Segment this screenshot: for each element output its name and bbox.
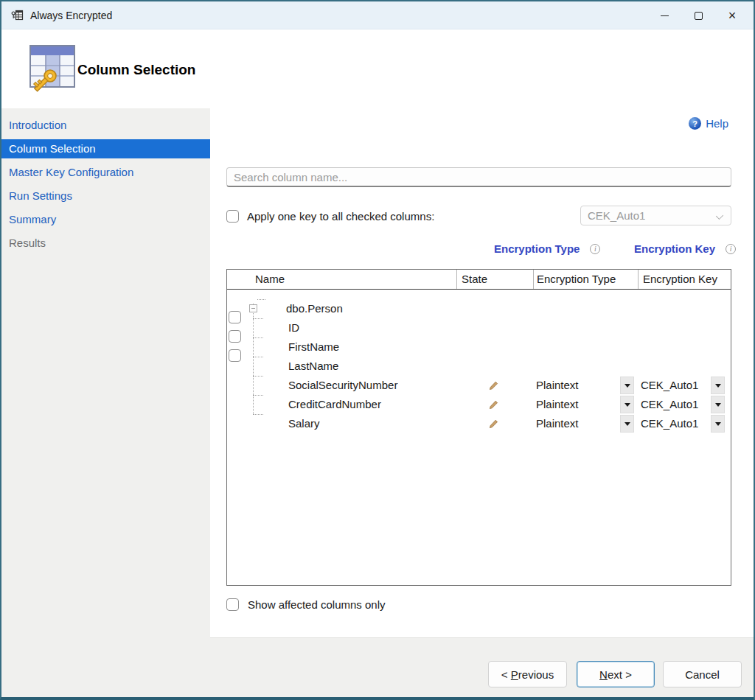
encryption-type-value: Plaintext	[536, 414, 579, 433]
info-icon[interactable]: i	[726, 244, 736, 254]
encryption-type-value: Plaintext	[536, 395, 579, 414]
table-key-icon	[28, 43, 77, 97]
tree-line	[253, 395, 263, 396]
dropdown-arrow-icon	[715, 384, 721, 388]
row-checkbox-lastname[interactable]	[229, 349, 241, 362]
table-group-row: dbo.Person	[227, 290, 731, 309]
window-controls: ×	[647, 1, 749, 29]
dropdown-arrow-icon	[624, 403, 630, 407]
sidebar-item-label: Master Key Configuration	[9, 166, 133, 178]
apply-one-key-label: Apply one key to all checked columns:	[247, 210, 434, 223]
window-title: Always Encrypted	[30, 10, 112, 21]
tree-line	[253, 376, 263, 377]
grid-header-row: Name State Encryption Type Encryption Ke…	[227, 270, 731, 290]
sidebar-item-label: Column Selection	[9, 142, 96, 155]
encryption-key-value: CEK_Auto1	[641, 376, 698, 395]
sidebar-item-label: Results	[9, 237, 46, 249]
column-name: Salary	[288, 414, 320, 433]
search-column-input[interactable]	[226, 167, 731, 187]
encryption-key-column-link: Encryption Key i	[634, 242, 736, 255]
encryption-key-value: CEK_Auto1	[641, 395, 698, 414]
close-icon: ×	[728, 9, 737, 22]
sidebar-item-column-selection[interactable]: Column Selection	[1, 139, 210, 158]
help-icon: ?	[689, 117, 701, 130]
encryption-type-column-link: Encryption Type i	[494, 242, 600, 255]
sidebar-item-master-key-configuration[interactable]: Master Key Configuration	[1, 163, 210, 182]
sidebar-item-label: Run Settings	[9, 189, 72, 202]
column-name: LastName	[288, 357, 338, 376]
modified-state-pencil-icon	[489, 399, 498, 412]
apply-one-key-checkbox[interactable]	[226, 210, 239, 223]
modified-state-pencil-icon	[489, 419, 498, 431]
tree-line	[257, 299, 265, 300]
sidebar-item-label: Summary	[9, 213, 56, 225]
footer-bar: < Previous Next > Cancel	[210, 637, 754, 699]
column-name: CreditCardNumber	[288, 395, 381, 414]
cancel-button[interactable]: Cancel	[663, 661, 742, 687]
next-button[interactable]: Next >	[577, 661, 655, 687]
help-link[interactable]: ? Help	[689, 117, 728, 130]
sidebar-item-run-settings[interactable]: Run Settings	[1, 186, 210, 206]
encryption-key-dropdown-button[interactable]	[711, 415, 725, 433]
sidebar-item-label: Introduction	[9, 119, 66, 131]
grid-header-state: State	[456, 270, 533, 289]
group-name: dbo.Person	[286, 299, 343, 318]
grid-header-checkbox-column	[227, 270, 246, 289]
close-button[interactable]: ×	[715, 1, 749, 29]
column-name: FirstName	[288, 337, 339, 357]
tree-collapse-expander[interactable]	[249, 304, 257, 312]
dropdown-arrow-icon	[624, 384, 630, 388]
columns-grid: Name State Encryption Type Encryption Ke…	[226, 269, 731, 586]
previous-button[interactable]: < Previous	[488, 661, 567, 687]
minimize-icon	[661, 15, 669, 16]
tree-line	[253, 304, 254, 414]
show-affected-columns-checkbox[interactable]	[226, 598, 239, 611]
column-name: SocialSecurityNumber	[288, 376, 397, 395]
encryption-type-value: Plaintext	[536, 376, 579, 395]
wizard-steps-sidebar: Introduction Column Selection Master Key…	[1, 108, 210, 699]
grid-header-name: Name	[246, 270, 456, 289]
show-affected-columns-label: Show affected columns only	[248, 598, 386, 612]
page-title: Column Selection	[77, 62, 195, 78]
grid-header-encryption-key: Encryption Key	[638, 270, 731, 289]
grid-header-encryption-type: Encryption Type	[533, 270, 638, 289]
table-row: FirstName	[227, 328, 731, 347]
chevron-down-icon	[716, 212, 723, 220]
tree-line	[253, 337, 263, 338]
dropdown-arrow-icon	[715, 422, 721, 426]
sidebar-item-results: Results	[1, 234, 210, 253]
help-label: Help	[706, 117, 728, 130]
sidebar-item-summary[interactable]: Summary	[1, 210, 210, 229]
info-icon[interactable]: i	[590, 244, 600, 254]
tree-line	[253, 318, 263, 319]
encryption-type-dropdown-button[interactable]	[620, 377, 634, 394]
apply-key-combobox-value: CEK_Auto1	[588, 209, 645, 222]
modified-state-pencil-icon	[489, 380, 498, 393]
minimize-button[interactable]	[647, 1, 681, 29]
row-checkbox-firstname[interactable]	[229, 330, 241, 343]
maximize-button[interactable]	[681, 1, 715, 29]
titlebar: Always Encrypted ×	[1, 1, 754, 29]
sidebar-item-introduction[interactable]: Introduction	[1, 116, 210, 135]
column-name: ID	[288, 318, 299, 337]
page-header: Column Selection	[1, 30, 754, 108]
encryption-type-link-label[interactable]: Encryption Type	[494, 242, 580, 255]
row-checkbox-id[interactable]	[229, 311, 241, 323]
always-encrypted-wizard-window: Always Encrypted ×	[0, 0, 755, 700]
dropdown-arrow-icon	[624, 422, 630, 426]
encryption-key-value: CEK_Auto1	[641, 414, 698, 433]
encryption-key-dropdown-button[interactable]	[711, 377, 725, 394]
dropdown-arrow-icon	[715, 403, 721, 407]
tree-line	[253, 414, 263, 415]
maximize-icon	[695, 12, 703, 20]
tree-line	[253, 357, 263, 357]
encryption-key-link-label[interactable]: Encryption Key	[634, 242, 715, 255]
always-encrypted-app-icon	[11, 9, 24, 22]
apply-key-combobox: CEK_Auto1	[580, 206, 731, 225]
encryption-key-dropdown-button[interactable]	[711, 396, 725, 413]
encryption-type-dropdown-button[interactable]	[620, 415, 634, 433]
encryption-type-dropdown-button[interactable]	[620, 396, 634, 413]
